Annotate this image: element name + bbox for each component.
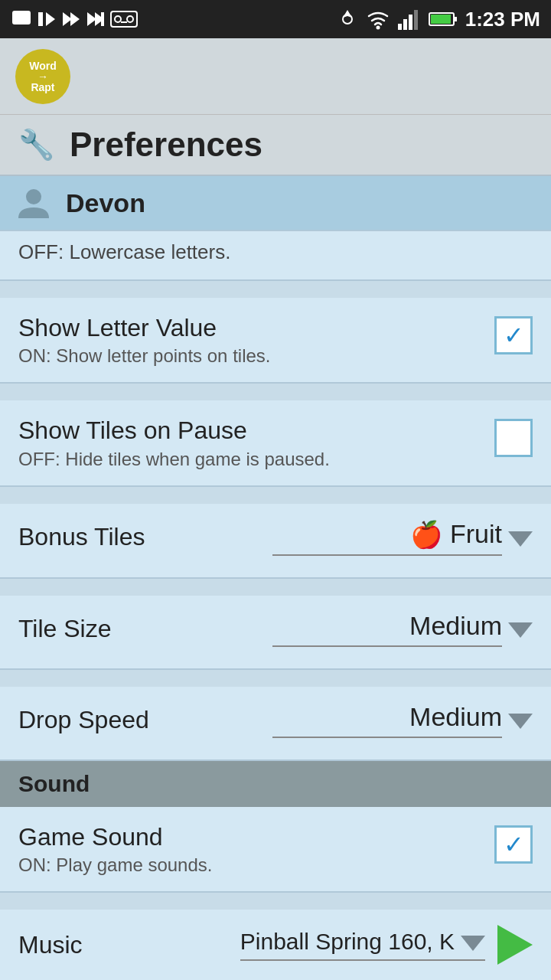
checkbox-game-sound[interactable]: ✓ (494, 825, 533, 864)
user-name: Devon (66, 188, 145, 218)
svg-rect-20 (455, 17, 457, 21)
setting-label-music: Music (18, 931, 83, 959)
svg-rect-17 (409, 15, 412, 30)
bonus-tiles-value-area: 🍎 Fruit (272, 519, 502, 556)
music-play-button[interactable] (497, 925, 533, 965)
checkmark-game-sound: ✓ (504, 830, 524, 859)
svg-rect-8 (101, 12, 104, 26)
setting-item-bonus-tiles[interactable]: Bonus Tiles 🍎 Fruit (0, 504, 551, 579)
setting-desc-show-letter-value: ON: Show letter points on tiles. (18, 345, 482, 367)
status-right-info: 1:23 PM (337, 8, 540, 31)
section-spacer-2 (0, 384, 551, 400)
status-left-icons (11, 8, 138, 30)
drop-speed-dropdown-right: Medium (272, 702, 533, 738)
svg-marker-3 (46, 12, 55, 26)
setting-item-music[interactable]: Music Pinball Spring 160, K (0, 910, 551, 980)
section-spacer-5 (0, 670, 551, 687)
setting-item-show-tiles-on-pause[interactable]: Show Tiles on Pause OFF: Hide tiles when… (0, 400, 551, 486)
user-avatar-icon (15, 185, 52, 221)
setting-label-show-letter-value: Show Letter Value (18, 313, 482, 342)
sound-section-header: Sound (0, 761, 551, 807)
partial-setting-text: OFF: Lowercase letters. (18, 240, 230, 263)
svg-point-22 (26, 189, 41, 204)
play-icon-2 (61, 9, 81, 29)
logo-text: Word→Rapt (29, 60, 57, 93)
tile-size-dropdown-right: Medium (272, 611, 533, 647)
tile-size-arrow-icon (508, 622, 533, 638)
bonus-tiles-icon: 🍎 (410, 519, 442, 550)
svg-rect-21 (431, 15, 451, 24)
setting-desc-game-sound: ON: Play game sounds. (18, 854, 482, 876)
tile-size-value: Medium (409, 611, 502, 641)
section-spacer-6 (0, 893, 551, 910)
checkbox-box-show-letter-value[interactable]: ✓ (494, 316, 533, 354)
notification-icon (11, 8, 32, 30)
drop-speed-value: Medium (409, 702, 502, 732)
svg-rect-0 (13, 11, 30, 24)
battery-icon (429, 11, 458, 28)
user-row[interactable]: Devon (0, 176, 551, 231)
svg-rect-15 (398, 24, 402, 30)
svg-point-14 (376, 26, 380, 30)
music-right-area: Pinball Spring 160, K (240, 925, 533, 965)
svg-rect-16 (403, 19, 407, 30)
checkbox-box-show-tiles-on-pause[interactable] (494, 419, 533, 457)
setting-content-game-sound: Game Sound ON: Play game sounds. (18, 822, 482, 876)
partial-setting-item: OFF: Lowercase letters. (0, 231, 551, 281)
play-icon-3 (86, 9, 106, 29)
svg-point-10 (115, 16, 121, 22)
setting-label-bonus-tiles: Bonus Tiles (18, 523, 145, 551)
svg-marker-13 (343, 10, 352, 18)
checkbox-show-tiles-on-pause[interactable] (494, 419, 533, 457)
drop-speed-value-area: Medium (272, 702, 502, 738)
svg-point-11 (127, 16, 133, 22)
setting-label-show-tiles-on-pause: Show Tiles on Pause (18, 416, 482, 445)
checkbox-show-letter-value[interactable]: ✓ (494, 316, 533, 354)
wifi-icon (366, 8, 390, 30)
setting-item-show-letter-value[interactable]: Show Letter Value ON: Show letter points… (0, 298, 551, 384)
app-header: Word→Rapt (0, 38, 551, 115)
svg-rect-2 (38, 12, 43, 26)
play-icon-1 (37, 9, 57, 29)
setting-label-game-sound: Game Sound (18, 822, 482, 851)
music-arrow-icon (461, 936, 485, 951)
preferences-header: 🔧 Preferences (0, 115, 551, 176)
music-value: Pinball Spring 160, K (240, 929, 455, 955)
bonus-tiles-arrow-icon (508, 531, 533, 547)
setting-content-show-letter-value: Show Letter Value ON: Show letter points… (18, 313, 482, 367)
section-spacer-4 (0, 579, 551, 596)
setting-item-game-sound[interactable]: Game Sound ON: Play game sounds. ✓ (0, 807, 551, 893)
setting-desc-show-tiles-on-pause: OFF: Hide tiles when game is paused. (18, 449, 482, 470)
status-bar: 1:23 PM (0, 0, 551, 38)
tile-size-value-area: Medium (272, 611, 502, 647)
svg-marker-5 (70, 12, 80, 26)
preferences-title: Preferences (70, 126, 262, 164)
cassette-icon (110, 10, 138, 28)
setting-label-drop-speed: Drop Speed (18, 706, 149, 734)
setting-label-tile-size: Tile Size (18, 615, 112, 643)
section-spacer-3 (0, 487, 551, 504)
location-icon (337, 8, 358, 30)
music-value-area: Pinball Spring 160, K (240, 929, 485, 961)
section-spacer-1 (0, 281, 551, 298)
bonus-tiles-value: Fruit (450, 519, 502, 549)
time-display: 1:23 PM (465, 8, 540, 31)
sound-section-label: Sound (18, 771, 90, 797)
signal-icon (398, 8, 421, 30)
checkmark-show-letter-value: ✓ (504, 321, 524, 350)
svg-rect-18 (414, 10, 418, 30)
setting-item-tile-size[interactable]: Tile Size Medium (0, 596, 551, 670)
drop-speed-arrow-icon (508, 714, 533, 729)
preferences-icon: 🔧 (18, 128, 54, 162)
checkbox-box-game-sound[interactable]: ✓ (494, 825, 533, 864)
bonus-tiles-dropdown-right: 🍎 Fruit (272, 519, 533, 556)
setting-item-drop-speed[interactable]: Drop Speed Medium (0, 687, 551, 761)
setting-content-show-tiles-on-pause: Show Tiles on Pause OFF: Hide tiles when… (18, 416, 482, 469)
app-logo: Word→Rapt (15, 49, 70, 104)
